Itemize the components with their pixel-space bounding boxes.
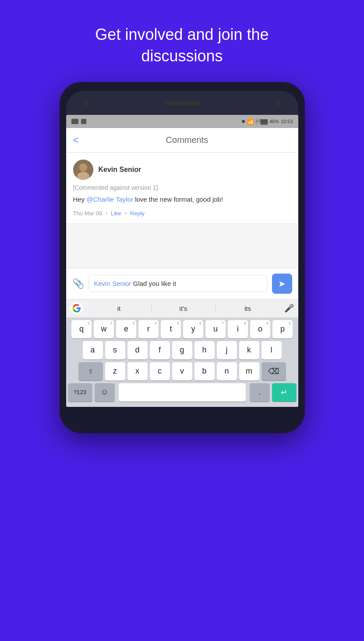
send-button[interactable]: ➤ <box>272 274 292 294</box>
signal-icon: ▓▓️ <box>256 119 268 124</box>
google-icon <box>71 302 83 314</box>
key-g[interactable]: g <box>172 341 192 360</box>
key-p[interactable]: p0 <box>272 320 293 338</box>
dot-separator <box>106 212 107 214</box>
dot-separator-2 <box>125 212 127 214</box>
bluetooth-icon: ✱ <box>241 119 245 125</box>
key-f[interactable]: f <box>150 341 170 360</box>
comment-body: Hey @Charlie Taylor love the new format,… <box>73 195 291 205</box>
comment-item: Kevin Senior [Commented against version … <box>66 153 298 224</box>
comment-version: [Commented against version 1] <box>73 184 291 191</box>
status-bar-left <box>71 119 86 124</box>
phone-screen: ✱ 📶 ▓▓️ 46% 10:53 < Comments <box>66 115 298 407</box>
reply-button[interactable]: Reply <box>130 210 145 217</box>
key-e[interactable]: e3 <box>116 320 136 338</box>
mic-icon[interactable]: 🎤 <box>284 303 294 313</box>
svg-point-3 <box>79 164 87 171</box>
status-bar: ✱ 📶 ▓▓️ 46% 10:53 <box>66 115 298 128</box>
key-k[interactable]: k <box>239 341 259 360</box>
key-j[interactable]: j <box>217 341 237 360</box>
reply-mention: Kevin Senior <box>94 280 131 287</box>
suggestion-it[interactable]: it <box>87 305 152 312</box>
avatar-image <box>73 160 93 180</box>
comment-date: Thu Mar 08 <box>73 210 102 217</box>
reply-text: Glad you like it <box>131 280 177 287</box>
key-h[interactable]: h <box>194 341 215 360</box>
status-bar-right: ✱ 📶 ▓▓️ 46% 10:53 <box>241 118 293 125</box>
attach-icon[interactable]: 📎 <box>72 278 84 289</box>
like-button[interactable]: Like <box>111 210 121 217</box>
reply-input[interactable]: Kevin Senior Glad you like it <box>88 275 268 292</box>
key-c[interactable]: c <box>150 362 170 381</box>
clock: 10:53 <box>281 119 293 124</box>
symbol-key[interactable]: ?123 <box>68 383 92 402</box>
comment-header: Kevin Senior <box>73 160 291 180</box>
keyboard-row-1: q1 w2 e3 r4 t5 y6 u7 i8 o9 p0 <box>68 320 297 338</box>
period-key[interactable]: . <box>250 383 270 402</box>
key-o[interactable]: o9 <box>250 320 270 338</box>
key-m[interactable]: m <box>239 362 259 381</box>
keyboard-suggestions-bar: it it's its 🎤 <box>66 299 298 317</box>
pinterest-icon <box>81 119 86 124</box>
shift-key[interactable]: ⇧ <box>78 362 103 381</box>
suggestion-its[interactable]: it's <box>152 305 216 312</box>
app-header: < Comments <box>66 128 298 153</box>
key-b[interactable]: b <box>194 362 215 381</box>
key-a[interactable]: a <box>83 341 103 360</box>
key-i[interactable]: i8 <box>228 320 248 338</box>
key-w[interactable]: w2 <box>94 320 114 338</box>
space-key[interactable] <box>119 383 246 402</box>
image-icon <box>71 119 78 124</box>
enter-key[interactable]: ↵ <box>272 383 297 402</box>
avatar <box>73 160 93 180</box>
keyboard-row-2: a s d f g h j k l <box>68 341 297 360</box>
key-d[interactable]: d <box>127 341 148 360</box>
page-title: Get involved and join the discussions <box>64 24 299 67</box>
comment-mention[interactable]: @Charlie Taylor <box>86 196 133 203</box>
phone-sensor <box>276 100 281 106</box>
emoji-key[interactable]: ☺ <box>95 383 115 402</box>
send-icon: ➤ <box>278 278 286 289</box>
key-s[interactable]: s <box>105 341 125 360</box>
back-button[interactable]: < <box>73 135 79 146</box>
suggestion-its2[interactable]: its <box>216 305 280 312</box>
key-v[interactable]: v <box>172 362 192 381</box>
empty-space <box>66 224 298 268</box>
phone-device: ✱ 📶 ▓▓️ 46% 10:53 < Comments <box>60 82 305 433</box>
battery-level: 46% <box>269 119 279 124</box>
key-u[interactable]: u7 <box>205 320 226 338</box>
backspace-key[interactable]: ⌫ <box>262 362 286 381</box>
comment-actions: Thu Mar 08 Like Reply <box>73 210 291 217</box>
keyboard-row-3: ⇧ z x c v b n m ⌫ <box>68 362 297 381</box>
key-r[interactable]: r4 <box>138 320 159 338</box>
screen-title: Comments <box>83 135 291 145</box>
key-z[interactable]: z <box>105 362 125 381</box>
phone-top-bar <box>66 91 298 115</box>
key-t[interactable]: t5 <box>161 320 181 338</box>
key-n[interactable]: n <box>217 362 237 381</box>
wifi-icon: 📶 <box>247 118 254 125</box>
key-y[interactable]: y6 <box>183 320 203 338</box>
key-q[interactable]: q1 <box>71 320 92 338</box>
phone-camera <box>84 100 89 106</box>
key-x[interactable]: x <box>127 362 148 381</box>
keyboard: q1 w2 e3 r4 t5 y6 u7 i8 o9 p0 a s d f g … <box>66 317 298 407</box>
phone-bottom <box>66 407 298 420</box>
key-l[interactable]: l <box>262 341 282 360</box>
suggestions-list: it it's its <box>87 305 280 312</box>
keyboard-row-4: ?123 ☺ . ↵ <box>68 383 297 402</box>
phone-speaker <box>165 101 200 105</box>
reply-bar: 📎 Kevin Senior Glad you like it ➤ <box>66 268 298 299</box>
comment-author: Kevin Senior <box>99 166 141 174</box>
